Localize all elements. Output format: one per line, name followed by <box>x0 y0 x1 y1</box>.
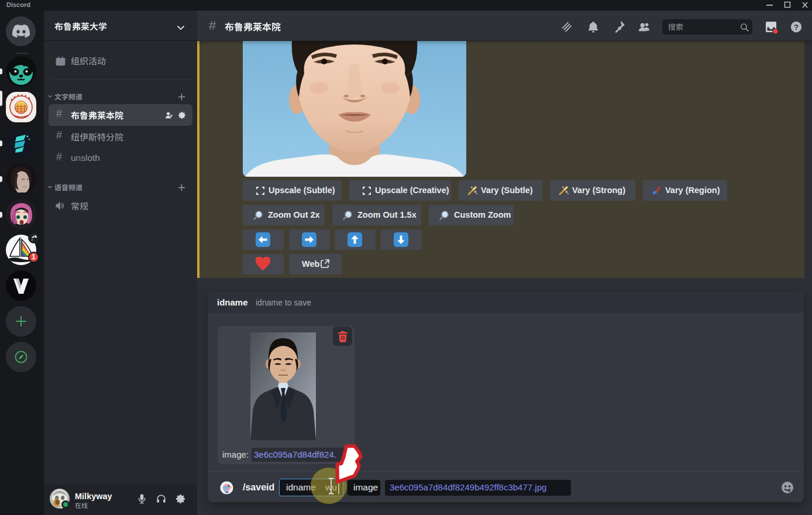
svg-text:?: ? <box>794 23 799 32</box>
